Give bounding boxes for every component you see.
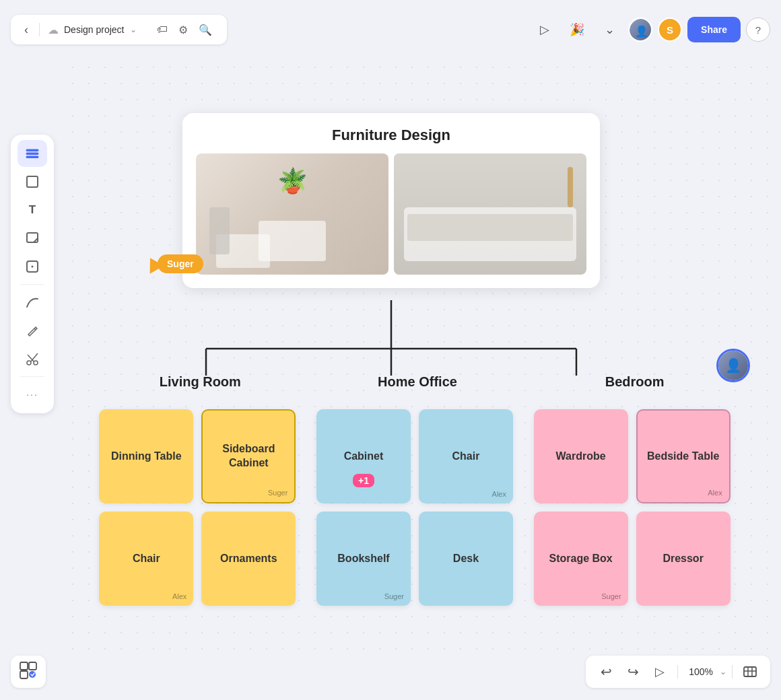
play-button[interactable]: ▷ xyxy=(648,660,672,684)
topbar-left: ‹ ☁ Design project ⌄ 🏷 ⚙ 🔍 xyxy=(11,15,227,44)
svg-rect-16 xyxy=(20,671,28,678)
sticky-wardrobe[interactable]: Wardrobe xyxy=(534,409,628,503)
sticky-text: Dressor xyxy=(663,552,703,566)
sticky-ornaments[interactable]: Ornaments xyxy=(201,512,296,606)
notes-area: Dinning Table Sideboard Cabinet Suger Ch… xyxy=(65,409,770,606)
categories-row: Living Room Home Office Bedroom xyxy=(65,374,770,390)
bottombar-left[interactable] xyxy=(11,656,46,688)
bottombar-divider2 xyxy=(732,665,733,678)
plant-icon: 🪴 xyxy=(277,167,308,195)
card-title: Furniture Design xyxy=(196,127,586,144)
bottombar-divider xyxy=(677,665,678,678)
party-icon[interactable]: 🎉 xyxy=(564,16,590,43)
zoom-control[interactable]: 100% ⌄ xyxy=(683,666,726,677)
sticky-text: Sideboard Cabinet xyxy=(211,442,286,470)
map-button[interactable] xyxy=(738,660,762,684)
sticky-text: Desk xyxy=(453,552,479,566)
toolbar-text[interactable]: T xyxy=(18,197,47,223)
svg-rect-4 xyxy=(27,233,38,242)
toolbar-cut[interactable] xyxy=(18,345,47,372)
sticky-storage-box[interactable]: Storage Box Suger xyxy=(534,512,628,606)
toolbar-pen[interactable] xyxy=(18,317,47,344)
sticky-author: Suger xyxy=(384,592,404,600)
settings-icon[interactable]: ⚙ xyxy=(174,24,192,36)
zoom-label[interactable]: 100% xyxy=(683,666,718,677)
bedroom-row2: Storage Box Suger Dressor xyxy=(534,512,736,606)
sticky-dressor[interactable]: Dressor xyxy=(636,512,731,606)
card-images: 🪴 xyxy=(196,153,586,275)
play-icon[interactable]: ▷ xyxy=(531,16,558,43)
left-toolbar: T ··· xyxy=(11,135,54,413)
sticky-bookshelf[interactable]: Bookshelf Suger xyxy=(316,512,411,606)
sticky-desk[interactable]: Desk xyxy=(419,512,513,606)
svg-point-8 xyxy=(34,361,38,365)
search-icon[interactable]: 🔍 xyxy=(195,24,216,36)
home-office-row2: Bookshelf Suger Desk xyxy=(316,512,518,606)
dropdown-icon[interactable]: ⌄ xyxy=(596,16,623,43)
sticky-text: Bookshelf xyxy=(337,552,389,566)
sticky-text: Chair xyxy=(133,552,160,566)
toolbar-table[interactable] xyxy=(18,140,47,167)
canvas[interactable]: Furniture Design 🪴 Suger 👤 Living Room H… xyxy=(65,59,770,652)
svg-point-7 xyxy=(27,361,31,365)
bedroom-notes: Wardrobe Bedside Table Alex Storage Box … xyxy=(534,409,736,606)
card-image-right xyxy=(394,153,586,275)
sticky-author: Alex xyxy=(492,490,506,498)
cloud-icon: ☁ xyxy=(48,24,59,36)
toolbar-divider2 xyxy=(20,376,44,377)
sticky-dining-table[interactable]: Dinning Table xyxy=(99,409,193,503)
sticky-text: Ornaments xyxy=(220,552,277,566)
sticky-chair-lr[interactable]: Chair Alex xyxy=(99,512,193,606)
furniture-card[interactable]: Furniture Design 🪴 xyxy=(182,113,600,288)
sticky-text: Cabinet xyxy=(344,450,384,464)
svg-rect-1 xyxy=(26,153,38,155)
sticky-text: Dinning Table xyxy=(111,450,182,464)
back-button[interactable]: ‹ xyxy=(22,23,31,37)
share-button[interactable]: Share xyxy=(687,17,741,42)
home-office-row1: Cabinet +1 Chair Alex xyxy=(316,409,518,503)
sticky-text: Wardrobe xyxy=(556,450,606,464)
chevron-down-icon[interactable]: ⌄ xyxy=(130,25,137,34)
living-room-row2: Chair Alex Ornaments xyxy=(99,512,301,606)
living-room-row1: Dinning Table Sideboard Cabinet Suger xyxy=(99,409,301,503)
help-button[interactable]: ? xyxy=(746,18,770,42)
cursor-label: Suger xyxy=(158,254,203,273)
toolbar-curve[interactable] xyxy=(18,289,47,316)
svg-rect-0 xyxy=(26,149,38,151)
sticky-badge: +1 xyxy=(353,474,374,487)
avatar-user1: 👤 xyxy=(628,18,652,42)
sticky-author: Alex xyxy=(172,592,186,600)
topbar-right: ▷ 🎉 ⌄ 👤 S Share ? xyxy=(531,16,770,43)
sticky-bedside-table[interactable]: Bedside Table Alex xyxy=(636,409,731,503)
svg-point-6 xyxy=(32,266,34,268)
sticky-cabinet[interactable]: Cabinet +1 xyxy=(316,409,411,503)
toolbar-shape[interactable] xyxy=(18,253,47,280)
svg-point-17 xyxy=(29,671,36,678)
category-bedroom: Bedroom xyxy=(557,374,712,390)
svg-rect-18 xyxy=(744,667,756,676)
home-office-notes: Cabinet +1 Chair Alex Bookshelf Suger De… xyxy=(316,409,518,606)
living-room-notes: Dinning Table Sideboard Cabinet Suger Ch… xyxy=(99,409,301,606)
undo-button[interactable]: ↩ xyxy=(594,660,618,684)
sticky-chair-ho[interactable]: Chair Alex xyxy=(419,409,513,503)
topbar: ‹ ☁ Design project ⌄ 🏷 ⚙ 🔍 ▷ 🎉 ⌄ 👤 S Sha… xyxy=(11,11,770,48)
category-home-office: Home Office xyxy=(340,374,495,390)
sticky-sideboard-cabinet[interactable]: Sideboard Cabinet Suger xyxy=(201,409,296,503)
sticky-text: Bedside Table xyxy=(647,450,719,464)
cursor-tooltip: Suger xyxy=(145,254,203,273)
toolbar-frame[interactable] xyxy=(18,168,47,195)
svg-rect-2 xyxy=(26,156,38,158)
svg-rect-15 xyxy=(29,662,36,670)
sticky-author: Suger xyxy=(268,489,287,497)
zoom-chevron: ⌄ xyxy=(720,667,726,676)
bottombar-right: ↩ ↪ ▷ 100% ⌄ xyxy=(586,656,770,688)
tag-icon[interactable]: 🏷 xyxy=(153,24,172,36)
project-name[interactable]: Design project xyxy=(64,24,125,35)
sticky-author: Suger xyxy=(601,592,621,600)
grid-view-icon[interactable] xyxy=(19,661,38,680)
redo-button[interactable]: ↪ xyxy=(621,660,645,684)
category-living-room: Living Room xyxy=(123,374,277,390)
card-image-left: 🪴 xyxy=(196,153,388,275)
toolbar-sticky[interactable] xyxy=(18,225,47,252)
toolbar-more[interactable]: ··· xyxy=(18,381,47,408)
